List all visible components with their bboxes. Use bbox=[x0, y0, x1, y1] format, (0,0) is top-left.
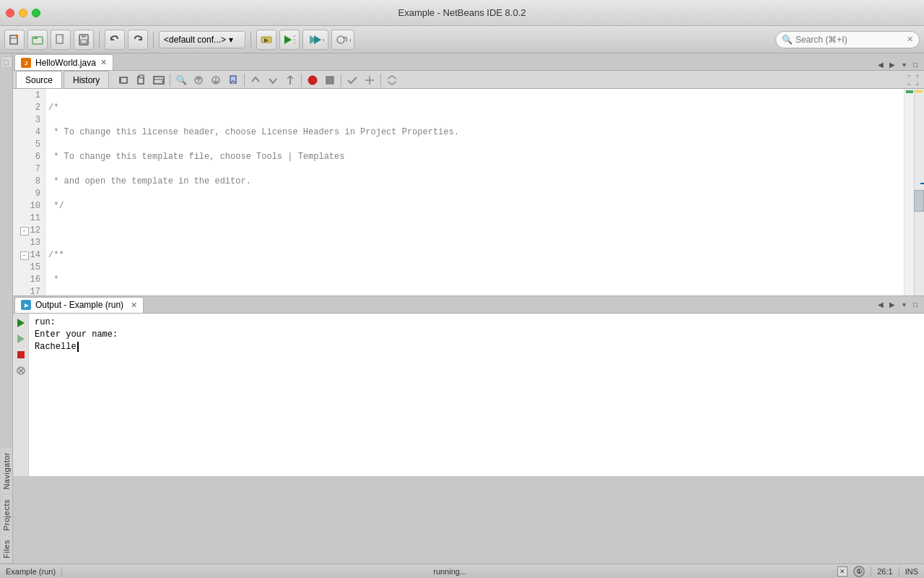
output-tab-close[interactable]: ✕ bbox=[131, 301, 137, 309]
output-tab-scroll-left[interactable]: ◀ bbox=[875, 299, 886, 311]
main-toolbar: <default conf...> ▾ ▶ ▾ ▾ 🔍 ✕ bbox=[0, 26, 924, 53]
et-prev-bookmark[interactable] bbox=[248, 72, 263, 88]
stop-btn[interactable] bbox=[14, 348, 27, 361]
source-tab[interactable]: Source bbox=[16, 71, 62, 88]
projects-tab[interactable]: Projects bbox=[1, 495, 12, 536]
editor-scrollbar[interactable] bbox=[914, 89, 924, 296]
dropdown-arrow-icon: ▾ bbox=[229, 35, 233, 45]
et-back-btn[interactable] bbox=[116, 72, 132, 88]
svg-text:▾: ▾ bbox=[162, 79, 164, 84]
status-position: 26:1 bbox=[877, 567, 892, 576]
history-tab[interactable]: History bbox=[64, 71, 109, 88]
output-line-2: Enter your name: bbox=[35, 329, 918, 341]
files-tab[interactable]: Files bbox=[1, 535, 12, 564]
scroll-warning bbox=[915, 90, 923, 92]
et-next-occurrence[interactable] bbox=[208, 72, 224, 88]
clear-output-btn[interactable] bbox=[14, 364, 27, 377]
run-again-btn[interactable] bbox=[14, 316, 27, 329]
config-dropdown[interactable]: <default conf...> ▾ bbox=[159, 31, 245, 48]
status-task-label: Example (run) bbox=[6, 567, 56, 576]
file-tab-bar: J HelloWorld.java ✕ ◀ ▶ ▾ □ bbox=[13, 53, 924, 71]
output-tab-maximize[interactable]: □ bbox=[910, 299, 921, 311]
debug-btn[interactable]: ▾ bbox=[302, 30, 328, 50]
maximize-button[interactable] bbox=[32, 9, 40, 17]
left-sidebar-icon-1[interactable]: ⬚ bbox=[1, 56, 12, 68]
save-btn[interactable] bbox=[74, 30, 94, 50]
close-button[interactable] bbox=[6, 9, 14, 17]
file-tab-close[interactable]: ✕ bbox=[100, 59, 107, 66]
et-search-btn[interactable]: 🔍 bbox=[173, 72, 189, 88]
output-sidebar bbox=[13, 314, 29, 476]
toolbar-separator-3 bbox=[250, 31, 251, 48]
tab-maximize[interactable]: □ bbox=[910, 59, 921, 70]
re-run-btn[interactable] bbox=[14, 332, 27, 345]
search-input[interactable] bbox=[796, 35, 904, 45]
svg-marker-39 bbox=[17, 335, 25, 343]
et-toggle-bookmark[interactable] bbox=[225, 72, 241, 88]
window-title: Example - NetBeans IDE 8.0.2 bbox=[398, 7, 526, 18]
file-tab-name: HelloWorld.java bbox=[35, 58, 96, 68]
et-dropdown-btn[interactable]: ▾ bbox=[151, 72, 167, 88]
status-bar: Example (run) running... ✕ ① 26:1 INS bbox=[0, 564, 924, 578]
svg-text:▶: ▶ bbox=[264, 37, 269, 43]
fold-indicator-14[interactable]: − bbox=[20, 251, 29, 260]
output-tab-controls: ◀ ▶ ▾ □ bbox=[875, 299, 924, 311]
tab-scroll-left[interactable]: ◀ bbox=[875, 59, 886, 70]
search-bar[interactable]: 🔍 ✕ bbox=[775, 31, 920, 48]
scroll-thumb[interactable] bbox=[914, 190, 924, 212]
output-tab-main[interactable]: ▶ Output - Example (run) ✕ bbox=[14, 297, 144, 313]
code-content[interactable]: /* * To change this license header, choo… bbox=[45, 89, 904, 296]
status-mode-section: INS bbox=[905, 567, 918, 576]
et-stop-btn[interactable] bbox=[322, 72, 338, 88]
et-toggle-next[interactable] bbox=[282, 72, 298, 88]
fold-indicator-12[interactable]: − bbox=[20, 227, 29, 236]
search-clear-icon[interactable]: ✕ bbox=[907, 35, 913, 44]
navigator-tab[interactable]: Navigator bbox=[1, 448, 12, 495]
search-icon: 🔍 bbox=[782, 35, 793, 45]
status-mode: INS bbox=[905, 567, 918, 576]
annotation-strip bbox=[904, 89, 914, 296]
tab-list[interactable]: ▾ bbox=[898, 59, 910, 70]
output-line-3: Rachelle bbox=[35, 341, 918, 353]
open-file-btn[interactable] bbox=[51, 30, 71, 50]
et-paste-btn[interactable] bbox=[134, 72, 149, 88]
svg-marker-14 bbox=[314, 35, 321, 44]
profile-btn[interactable]: ▾ bbox=[331, 30, 354, 50]
line-numbers: 1 2 3 4 5 6 7 8 9 10 11 −12 13 −1 bbox=[13, 89, 45, 296]
svg-marker-38 bbox=[17, 319, 25, 327]
svg-rect-6 bbox=[81, 40, 87, 43]
status-position-section: 26:1 bbox=[877, 567, 892, 576]
output-body: run: Enter your name: Rachelle bbox=[13, 314, 924, 476]
new-project-btn[interactable] bbox=[4, 30, 25, 50]
output-tab-list[interactable]: ▾ bbox=[898, 299, 910, 311]
build-btn[interactable]: ▶ bbox=[256, 30, 276, 50]
redo-btn[interactable] bbox=[128, 30, 148, 50]
et-next-bookmark[interactable] bbox=[265, 72, 281, 88]
line-indicator bbox=[920, 183, 924, 184]
editor-output-area: J HelloWorld.java ✕ ◀ ▶ ▾ □ Source bbox=[13, 53, 924, 564]
status-cancel-btn[interactable]: ✕ bbox=[837, 566, 847, 577]
file-tab-helloworld[interactable]: J HelloWorld.java ✕ bbox=[14, 54, 113, 70]
et-zoom-btn[interactable] bbox=[905, 72, 921, 88]
svg-text:▾: ▾ bbox=[349, 38, 351, 43]
traffic-lights[interactable] bbox=[6, 9, 40, 17]
status-sep-2 bbox=[871, 566, 871, 577]
tab-scroll-right[interactable]: ▶ bbox=[886, 59, 898, 70]
code-editor[interactable]: 1 2 3 4 5 6 7 8 9 10 11 −12 13 −1 bbox=[13, 89, 924, 296]
et-record-btn[interactable] bbox=[305, 72, 321, 88]
config-dropdown-value: <default conf...> bbox=[164, 35, 226, 45]
et-linecheck-btn[interactable] bbox=[344, 72, 360, 88]
svg-rect-33 bbox=[326, 77, 334, 84]
output-tab-scroll-right[interactable]: ▶ bbox=[886, 299, 898, 311]
undo-btn[interactable] bbox=[105, 30, 125, 50]
et-prev-occurrence[interactable] bbox=[191, 72, 206, 88]
et-expand-btn[interactable] bbox=[384, 72, 400, 88]
java-file-icon: J bbox=[21, 58, 31, 68]
minimize-button[interactable] bbox=[19, 9, 27, 17]
run-btn[interactable] bbox=[279, 30, 300, 50]
output-content[interactable]: run: Enter your name: Rachelle bbox=[29, 314, 924, 476]
output-icon: ▶ bbox=[21, 300, 31, 310]
output-line-1: run: bbox=[35, 316, 918, 329]
open-project-btn[interactable] bbox=[27, 30, 48, 50]
et-diff-btn[interactable] bbox=[362, 72, 378, 88]
